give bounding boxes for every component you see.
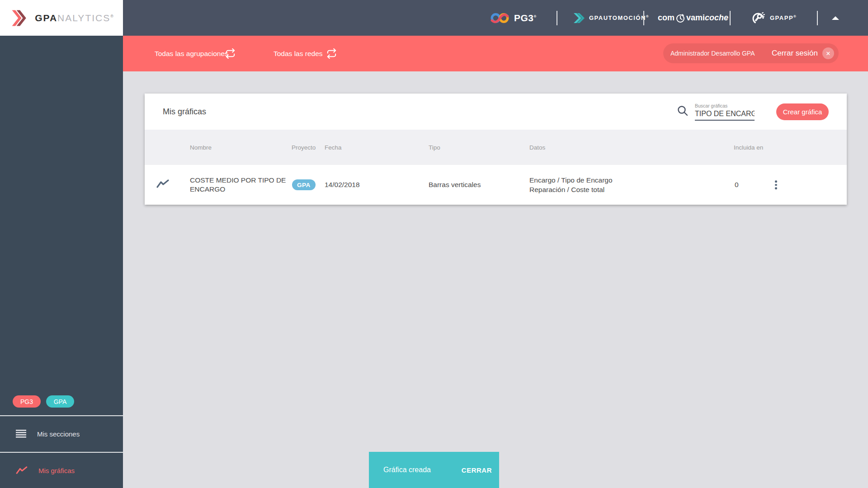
table-header: Nombre Proyecto Fecha Tipo Datos Incluid…	[145, 130, 847, 165]
gpautomocion-logo[interactable]: GPAUTOMOCIÓN®	[572, 0, 649, 36]
search-input[interactable]	[695, 110, 755, 121]
header-divider	[817, 11, 818, 25]
header-divider	[730, 11, 731, 25]
swap-redes-icon[interactable]	[326, 36, 337, 71]
badge-gpa[interactable]: GPA	[46, 395, 74, 408]
row-data: Encargo / Tipo de Encargo Reparación / C…	[529, 175, 613, 194]
snackbar-close-button[interactable]: CERRAR	[462, 466, 492, 474]
header-divider	[643, 11, 644, 25]
gpautomocion-label: GPAUTOMOCIÓN®	[589, 14, 649, 21]
clock-icon	[675, 13, 685, 23]
logout-button[interactable]: Cerrar sesión ✕	[772, 47, 834, 59]
sidebar: PG3 GPA Mis secciones Mis gráficas	[0, 36, 123, 488]
user-session-pill: Administrador Desarrollo GPA Cerrar sesi…	[663, 43, 839, 63]
pg3-logo[interactable]: PG3®	[491, 0, 537, 36]
col-header-incluida: Incluida en	[734, 130, 763, 165]
row-included-count: 0	[735, 181, 739, 189]
badge-pg3[interactable]: PG3	[13, 395, 41, 408]
brand-wordmark: GPANALYTICS®	[35, 13, 113, 23]
graficas-card: Mis gráficas Buscar gráficas Crear gráfi…	[145, 94, 847, 205]
gpanalytics-logo[interactable]: GPANALYTICS®	[0, 0, 123, 36]
page-title: Mis gráficas	[163, 107, 206, 117]
swap-agrupaciones-icon[interactable]	[225, 36, 236, 71]
header-divider	[557, 11, 557, 25]
row-project-badge: GPA	[292, 179, 316, 190]
top-header: GPANALYTICS® PG3® GPAUTOMOCIÓN® com	[0, 0, 868, 36]
gpautomocion-arrow-icon	[572, 12, 585, 24]
search-input-label: Buscar gráficas	[695, 103, 755, 108]
snackbar: Gráfica creada CERRAR	[369, 452, 499, 488]
gpanalytics-arrow-icon	[9, 8, 30, 28]
comprovamicoche-logo[interactable]: com vamicoche	[658, 0, 728, 36]
gpapp-label: GPAPP®	[770, 14, 797, 21]
col-header-nombre: Nombre	[190, 130, 212, 165]
sidebar-item-label: Mis gráficas	[38, 467, 75, 474]
filter-bar: Todas las agrupaciones Todas las redes A…	[123, 36, 868, 71]
caret-up-icon	[832, 16, 839, 20]
sidebar-item-label: Mis secciones	[37, 430, 80, 438]
snackbar-message: Gráfica creada	[383, 466, 431, 474]
header-collapse-button[interactable]	[832, 0, 839, 36]
col-header-fecha: Fecha	[325, 130, 342, 165]
col-header-datos: Datos	[529, 130, 545, 165]
card-header: Mis gráficas Buscar gráficas Crear gráfi…	[145, 94, 847, 130]
search-input-group: Buscar gráficas	[695, 103, 755, 121]
main-content: Mis gráficas Buscar gráficas Crear gráfi…	[123, 71, 868, 488]
col-header-tipo: Tipo	[429, 130, 440, 165]
comprova-com-text: com	[658, 13, 675, 23]
gpapp-logo[interactable]: GPAPP®	[751, 0, 797, 36]
pg3-infinity-icon	[491, 11, 509, 25]
col-header-proyecto: Proyecto	[292, 130, 316, 165]
filter-redes[interactable]: Todas las redes	[274, 36, 323, 71]
row-kebab-menu[interactable]	[772, 178, 780, 192]
row-type: Barras verticales	[429, 181, 481, 189]
row-name: COSTE MEDIO POR TIPO DE ENCARGO	[190, 176, 293, 194]
table-row[interactable]: COSTE MEDIO POR TIPO DE ENCARGO GPA 14/0…	[145, 165, 847, 205]
hamburger-icon	[16, 430, 26, 438]
create-chart-button[interactable]: Crear gráfica	[776, 103, 829, 120]
row-date: 14/02/2018	[325, 181, 360, 189]
comprova-vami-text: vami	[686, 13, 705, 23]
filter-agrupaciones[interactable]: Todas las agrupaciones	[155, 36, 228, 71]
comprova-coche-text: coche	[705, 13, 728, 23]
logout-x-icon[interactable]: ✕	[822, 47, 834, 59]
user-name: Administrador Desarrollo GPA	[670, 50, 755, 57]
sidebar-item-mis-secciones[interactable]: Mis secciones	[0, 416, 123, 452]
sidebar-item-mis-graficas[interactable]: Mis gráficas	[0, 452, 123, 488]
sidebar-badges: PG3 GPA	[13, 395, 74, 408]
wrench-circle-icon	[751, 11, 766, 25]
row-chart-icon	[156, 179, 169, 191]
search-icon[interactable]	[677, 105, 689, 118]
line-chart-icon	[16, 466, 28, 475]
pg3-label: PG3®	[514, 13, 537, 23]
